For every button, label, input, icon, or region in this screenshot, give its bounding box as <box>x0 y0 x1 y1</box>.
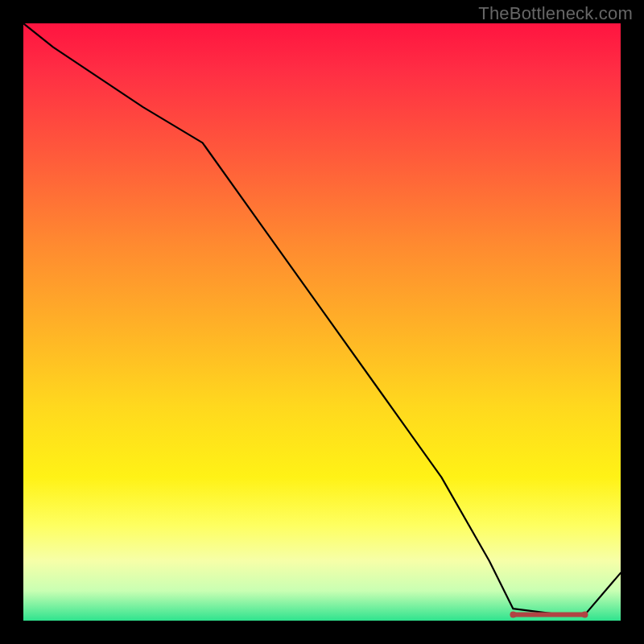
watermark-text: TheBottleneck.com <box>478 3 633 24</box>
optimal-range-end <box>581 612 588 618</box>
optimal-range-start <box>510 612 516 618</box>
bottleneck-line <box>23 23 621 615</box>
chart-frame: TheBottleneck.com <box>0 0 644 644</box>
chart-svg <box>23 23 621 621</box>
